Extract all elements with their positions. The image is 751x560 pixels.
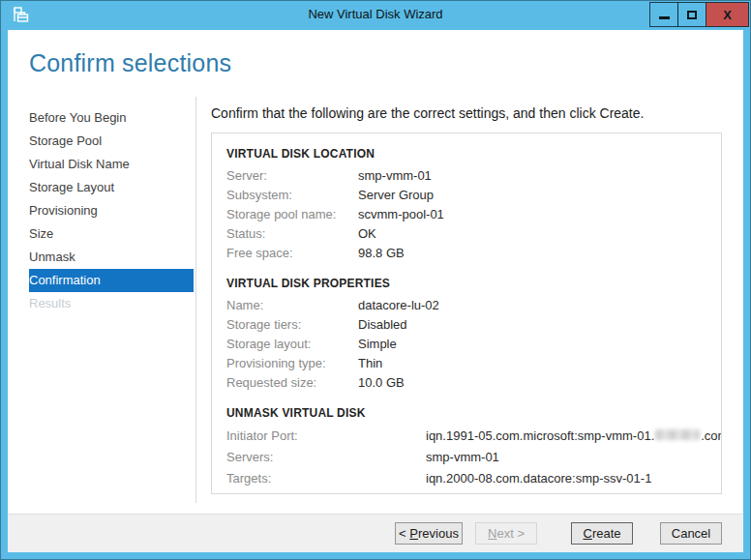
field-value: smp-vmm-01 <box>426 447 499 468</box>
field-value: datacore-lu-02 <box>358 296 439 315</box>
field-label: Free space: <box>226 244 358 263</box>
field-row: Name: datacore-lu-02 <box>226 296 711 315</box>
field-label: Storage pool name: <box>226 205 358 224</box>
field-row: Storage tiers: Disabled <box>226 315 711 335</box>
field-value: Simple <box>358 335 397 354</box>
title-bar: New Virtual Disk Wizard X <box>0 0 751 30</box>
client-area: Confirm selections Before You Begin Stor… <box>8 30 743 552</box>
section-virtual-disk-location: VIRTUAL DISK LOCATION Server: smp-vmm-01… <box>226 147 711 263</box>
next-button: Next > <box>475 522 537 545</box>
field-label: Requested size: <box>226 373 358 393</box>
field-label: Subsystem: <box>226 186 358 205</box>
field-label: Servers: <box>226 447 426 468</box>
page-title: Confirm selections <box>29 49 231 77</box>
field-value: iqn.1991-05.com.microsoft:smp-vmm-01..co… <box>426 426 722 447</box>
field-value: Disabled <box>358 315 407 335</box>
cancel-button[interactable]: Cancel <box>660 522 722 545</box>
create-button[interactable]: Create <box>571 522 633 545</box>
field-row: Provisioning type: Thin <box>226 354 711 373</box>
wizard-window: New Virtual Disk Wizard X Confirm select… <box>0 0 751 560</box>
redacted-text <box>655 429 700 440</box>
initiator-port-prefix: iqn.1991-05.com.microsoft:smp-vmm-01. <box>426 428 654 443</box>
field-row: Server: smp-vmm-01 <box>226 166 711 186</box>
section-title: VIRTUAL DISK LOCATION <box>226 147 711 161</box>
button-bar: < Previous Next > Create Cancel <box>8 514 743 552</box>
minimize-icon <box>659 16 670 19</box>
field-value: Server Group <box>358 186 434 205</box>
field-row: Servers: smp-vmm-01 <box>226 447 711 468</box>
section-virtual-disk-properties: VIRTUAL DISK PROPERTIES Name: datacore-l… <box>226 277 711 393</box>
field-row: Status: OK <box>226 224 711 244</box>
window-title: New Virtual Disk Wizard <box>0 7 751 21</box>
field-label: Targets: <box>226 468 426 489</box>
sidebar-item-provisioning[interactable]: Provisioning <box>29 199 194 222</box>
field-value: Thin <box>358 354 382 373</box>
sidebar-item-unmask[interactable]: Unmask <box>29 246 194 269</box>
field-row: Free space: 98.8 GB <box>226 244 711 263</box>
instruction-text: Confirm that the following are the corre… <box>211 105 644 121</box>
sidebar-item-before-you-begin[interactable]: Before You Begin <box>29 106 194 130</box>
section-unmask-virtual-disk: UNMASK VIRTUAL DISK Initiator Port: iqn.… <box>226 406 711 489</box>
field-label: Storage layout: <box>226 335 358 354</box>
sidebar-item-results: Results <box>29 292 194 315</box>
field-label: Status: <box>226 224 358 244</box>
section-title: VIRTUAL DISK PROPERTIES <box>226 277 711 290</box>
sidebar-divider <box>195 97 196 503</box>
field-value: OK <box>358 224 376 244</box>
minimize-button[interactable] <box>649 2 678 27</box>
field-label: Initiator Port: <box>226 426 426 447</box>
field-row: Storage layout: Simple <box>226 335 711 354</box>
field-label: Server: <box>226 166 358 186</box>
maximize-icon <box>687 11 697 19</box>
field-label: Name: <box>226 296 358 315</box>
field-label: Storage tiers: <box>226 315 358 335</box>
field-row: Initiator Port: iqn.1991-05.com.microsof… <box>226 426 711 447</box>
field-value: 10.0 GB <box>358 373 405 393</box>
field-row: Storage pool name: scvmm-pool-01 <box>226 205 711 224</box>
maximize-button[interactable] <box>677 2 706 27</box>
sidebar-item-storage-pool[interactable]: Storage Pool <box>29 130 194 153</box>
previous-button[interactable]: < Previous <box>395 522 463 545</box>
sidebar-item-confirmation[interactable]: Confirmation <box>29 269 194 292</box>
field-value: scvmm-pool-01 <box>358 205 444 224</box>
field-value: smp-vmm-01 <box>358 166 432 186</box>
window-controls: X <box>650 2 749 27</box>
field-label: Provisioning type: <box>226 354 358 373</box>
section-title: UNMASK VIRTUAL DISK <box>226 406 711 420</box>
wizard-steps-sidebar: Before You Begin Storage Pool Virtual Di… <box>8 106 195 315</box>
field-value: iqn.2000-08.com.datacore:smp-ssv-01-1 <box>426 468 651 489</box>
close-button[interactable]: X <box>706 2 749 27</box>
field-row: Requested size: 10.0 GB <box>226 373 711 393</box>
field-value: 98.8 GB <box>358 244 405 263</box>
summary-panel: VIRTUAL DISK LOCATION Server: smp-vmm-01… <box>211 133 722 494</box>
field-row: Subsystem: Server Group <box>226 186 711 205</box>
initiator-port-suffix: .com <box>701 428 722 443</box>
sidebar-item-storage-layout[interactable]: Storage Layout <box>29 176 194 199</box>
sidebar-item-virtual-disk-name[interactable]: Virtual Disk Name <box>29 153 194 176</box>
close-icon: X <box>723 9 732 21</box>
sidebar-item-size[interactable]: Size <box>29 222 194 246</box>
field-row: Targets: iqn.2000-08.com.datacore:smp-ss… <box>226 468 711 489</box>
